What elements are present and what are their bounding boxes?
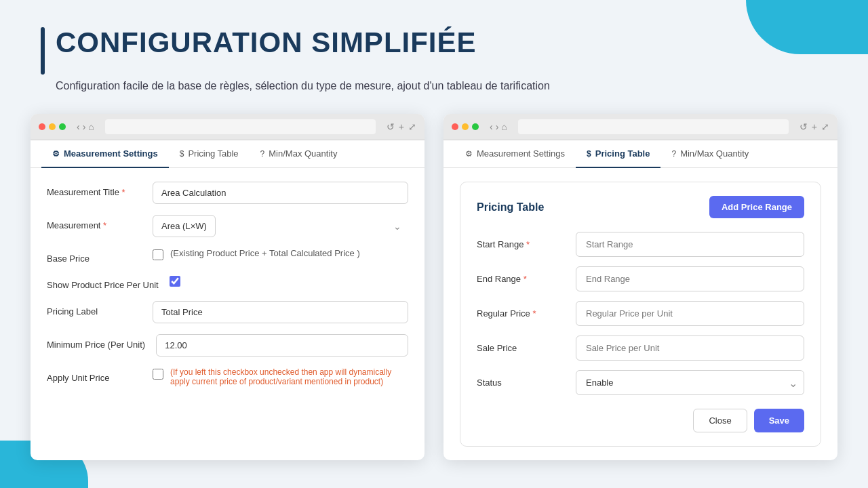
right-url-bar[interactable] (518, 119, 789, 134)
pricing-label-label: Pricing Label (47, 301, 142, 317)
tab-min-max-label-right: Min/Max Quantity (680, 148, 749, 159)
base-price-row: Base Price (Existing Product Price + Tot… (47, 248, 408, 264)
pricing-label-row: Pricing Label (47, 301, 408, 323)
base-price-checkbox[interactable] (153, 249, 163, 260)
right-pricing-icon: $ (587, 149, 591, 159)
header-border: CONFIGURATION SIMPLIFIÉE (41, 27, 827, 75)
tab-measurement-settings-label-right: Measurement Settings (477, 148, 565, 159)
show-product-price-checkbox[interactable] (170, 276, 180, 287)
left-browser-window: ‹ › ⌂ ↺ + ⤢ ⚙ Measurement Settings $ Pri… (31, 114, 425, 460)
left-tl-yellow[interactable] (49, 123, 56, 130)
start-range-label: Start Range * (477, 239, 565, 249)
measurement-row: Measurement * Area (L×W) (47, 215, 408, 237)
page-header: CONFIGURATION SIMPLIFIÉE Configuration f… (0, 0, 868, 106)
right-traffic-lights (452, 123, 479, 130)
left-form-content: Measurement Title * Measurement * Area (… (31, 168, 425, 411)
start-range-input[interactable] (576, 232, 804, 257)
measurement-title-input[interactable] (153, 182, 408, 204)
pricing-table-box: Pricing Table Add Price Range Start Rang… (460, 182, 821, 447)
status-select[interactable]: Enable Disable (576, 370, 804, 395)
right-refresh-icon[interactable]: ↺ (800, 121, 808, 132)
apply-unit-price-hint: (If you left this checkbox unchecked the… (170, 367, 408, 386)
tab-min-max-left[interactable]: ? Min/Max Quantity (250, 140, 349, 168)
new-tab-icon[interactable]: + (399, 121, 404, 132)
show-product-price-label: Show Product Price Per Unit (47, 274, 159, 290)
left-tl-green[interactable] (59, 123, 66, 130)
base-price-checkbox-row: (Existing Product Price + Total Calculat… (153, 248, 360, 260)
pricing-actions: Close Save (477, 409, 804, 432)
home-icon: ⌂ (88, 121, 94, 132)
settings-icon: ⚙ (52, 149, 60, 159)
left-browser-toolbar: ‹ › ⌂ ↺ + ⤢ (31, 114, 425, 140)
right-info-icon: ? (671, 149, 676, 159)
sale-price-label: Sale Price (477, 343, 565, 353)
apply-unit-price-checkbox[interactable] (153, 369, 163, 380)
sale-price-input[interactable] (576, 336, 804, 361)
back-icon[interactable]: ‹ (77, 121, 80, 132)
tab-pricing-table-label-right: Pricing Table (595, 148, 650, 159)
right-browser-window: ‹ › ⌂ ↺ + ⤢ ⚙ Measurement Settings $ Pri… (443, 114, 837, 460)
status-row: Status Enable Disable (477, 370, 804, 395)
page-title: CONFIGURATION SIMPLIFIÉE (56, 27, 477, 58)
right-new-tab-icon[interactable]: + (812, 121, 817, 132)
tab-pricing-table-right[interactable]: $ Pricing Table (576, 140, 660, 168)
header-left-bar (41, 27, 45, 75)
tab-pricing-table-label-left: Pricing Table (188, 148, 238, 159)
minimum-price-row: Minimum Price (Per Unit) (47, 334, 408, 357)
pricing-table-panel: Pricing Table Add Price Range Start Rang… (443, 168, 837, 460)
measurement-required: * (103, 220, 106, 230)
save-button[interactable]: Save (754, 409, 804, 432)
tab-min-max-label-left: Min/Max Quantity (269, 148, 337, 159)
add-price-range-button[interactable]: Add Price Range (709, 196, 804, 218)
left-browser-nav: ‹ › ⌂ (77, 121, 94, 132)
right-home-icon: ⌂ (501, 121, 507, 132)
right-tabs: ⚙ Measurement Settings $ Pricing Table ?… (443, 140, 837, 168)
start-range-row: Start Range * (477, 232, 804, 257)
minimum-price-input[interactable] (156, 334, 408, 357)
apply-unit-price-row: Apply Unit Price (If you left this check… (47, 367, 408, 386)
info-icon-left: ? (260, 149, 265, 159)
right-tl-yellow[interactable] (462, 123, 469, 130)
pricing-table-header: Pricing Table Add Price Range (477, 196, 804, 218)
left-traffic-lights (39, 123, 66, 130)
regular-price-label: Regular Price * (477, 308, 565, 319)
end-range-input[interactable] (576, 266, 804, 291)
tab-pricing-table-left[interactable]: $ Pricing Table (169, 140, 250, 168)
right-browser-actions: ↺ + ⤢ (800, 121, 829, 132)
tab-measurement-settings-right[interactable]: ⚙ Measurement Settings (454, 140, 576, 168)
tab-min-max-right[interactable]: ? Min/Max Quantity (660, 140, 760, 168)
base-price-text: (Existing Product Price + Total Calculat… (170, 248, 360, 258)
measurement-select-wrapper: Area (L×W) (153, 215, 408, 237)
right-tl-red[interactable] (452, 123, 458, 130)
apply-unit-price-checkbox-row: (If you left this checkbox unchecked the… (153, 367, 408, 386)
fullscreen-icon[interactable]: ⤢ (408, 121, 416, 132)
refresh-icon[interactable]: ↺ (387, 121, 395, 132)
pricing-table-title: Pricing Table (477, 201, 544, 214)
forward-icon[interactable]: › (83, 121, 86, 132)
measurement-select[interactable]: Area (L×W) (153, 215, 216, 237)
measurement-title-row: Measurement Title * (47, 182, 408, 204)
right-browser-toolbar: ‹ › ⌂ ↺ + ⤢ (443, 114, 837, 140)
right-back-icon[interactable]: ‹ (490, 121, 493, 132)
close-button[interactable]: Close (693, 409, 747, 432)
minimum-price-label: Minimum Price (Per Unit) (47, 334, 145, 350)
end-range-row: End Range * (477, 266, 804, 291)
right-fullscreen-icon[interactable]: ⤢ (821, 121, 829, 132)
pricing-label-input[interactable] (153, 301, 408, 323)
pricing-icon-left: $ (180, 149, 184, 159)
measurement-title-required: * (122, 187, 125, 197)
left-url-bar[interactable] (105, 119, 376, 134)
right-forward-icon[interactable]: › (496, 121, 499, 132)
left-browser-actions: ↺ + ⤢ (387, 121, 416, 132)
right-browser-nav: ‹ › ⌂ (490, 121, 507, 132)
left-tl-red[interactable] (39, 123, 45, 130)
show-product-price-checkbox-row (170, 274, 180, 287)
main-content: ‹ › ⌂ ↺ + ⤢ ⚙ Measurement Settings $ Pri… (0, 114, 868, 460)
show-product-price-row: Show Product Price Per Unit (47, 274, 408, 290)
left-tabs: ⚙ Measurement Settings $ Pricing Table ?… (31, 140, 425, 168)
right-tl-green[interactable] (472, 123, 479, 130)
page-subtitle: Configuration facile de la base de règle… (56, 80, 827, 92)
tab-measurement-settings-left[interactable]: ⚙ Measurement Settings (41, 140, 169, 168)
apply-unit-price-label: Apply Unit Price (47, 367, 142, 383)
regular-price-input[interactable] (576, 301, 804, 326)
